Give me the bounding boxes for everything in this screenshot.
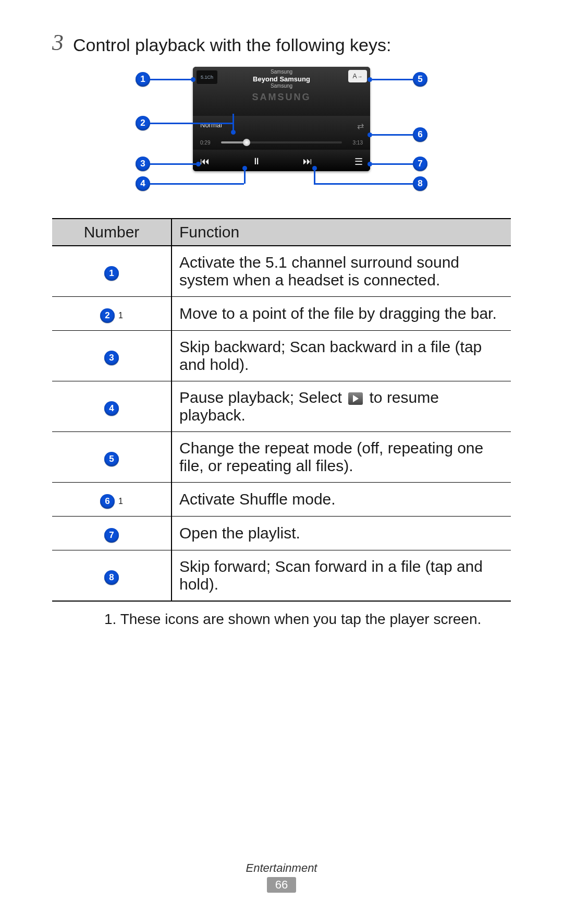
row-number-wrap: 21 [100, 308, 123, 323]
function-text-pre: Skip forward; Scan forward in a file (ta… [179, 558, 483, 593]
function-text-pre: Pause playback; Select [179, 389, 346, 406]
row-number-circle: 3 [104, 351, 119, 365]
table-row: 1Activate the 5.1 channel surround sound… [52, 246, 511, 297]
callout-4: 4 [136, 176, 244, 191]
step-instruction: Control playback with the following keys… [73, 33, 391, 56]
surround-label: 5.1Ch [201, 75, 213, 80]
row-number-wrap: 7 [104, 528, 119, 543]
row-function-cell: Change the repeat mode (off, repeating o… [172, 432, 511, 483]
callout-lead [150, 163, 196, 165]
callout-3: 3 [136, 157, 201, 171]
arrow-icon: → [358, 74, 363, 79]
row-number-cell: 4 [52, 381, 172, 432]
callout-number: 8 [413, 176, 427, 191]
row-number-cell: 7 [52, 517, 172, 550]
row-number-cell: 8 [52, 550, 172, 602]
callout-lead [150, 79, 191, 80]
footnote: 1. These icons are shown when you tap th… [104, 611, 511, 628]
function-text-pre: Activate Shuffle mode. [179, 490, 336, 508]
seek-bar-fill [221, 141, 245, 143]
callout-number: 2 [136, 116, 150, 130]
callout-number: 3 [136, 157, 150, 171]
row-number-wrap: 61 [100, 494, 123, 509]
row-function-cell: Skip forward; Scan forward in a file (ta… [172, 550, 511, 602]
row-number-cell: 1 [52, 246, 172, 297]
row-function-cell: Activate Shuffle mode. [172, 483, 511, 517]
seek-knob[interactable] [243, 139, 250, 146]
row-number-cell: 3 [52, 331, 172, 381]
row-function-cell: Open the playlist. [172, 517, 511, 550]
callout-number: 5 [413, 72, 427, 87]
callout-dot [368, 162, 372, 166]
row-superscript: 1 [118, 311, 123, 320]
step-number: 3 [52, 31, 64, 54]
seek-bar[interactable] [221, 141, 342, 143]
repeat-button[interactable]: A→ [348, 70, 367, 82]
row-superscript: 1 [118, 497, 123, 506]
callout-7: 7 [368, 157, 427, 171]
callout-number: 7 [413, 157, 427, 171]
row-number-wrap: 3 [104, 351, 119, 365]
callout-dot [191, 77, 195, 82]
callout-lead [150, 183, 244, 185]
pause-button[interactable]: ⏸ [252, 156, 261, 167]
callout-lead [372, 134, 413, 136]
row-function-cell: Move to a point of the file by dragging … [172, 297, 511, 331]
table-row: 4Pause playback; Select to resume playba… [52, 381, 511, 432]
row-number-circle: 8 [104, 570, 119, 585]
callout-dot [368, 77, 372, 82]
function-text-pre: Move to a point of the file by dragging … [179, 305, 497, 322]
function-text-pre: Change the repeat mode (off, repeating o… [179, 439, 483, 474]
time-total: 3:13 [353, 140, 363, 146]
callout-dot [196, 162, 201, 166]
function-table: Number Function 1Activate the 5.1 channe… [52, 218, 511, 602]
function-text-pre: Open the playlist. [179, 524, 300, 542]
table-row: 7Open the playlist. [52, 517, 511, 550]
table-header-number: Number [52, 219, 172, 246]
callout-lead [372, 79, 413, 80]
callout-8: 8 [314, 176, 427, 191]
row-number-circle: 4 [104, 401, 119, 416]
surround-button[interactable]: 5.1Ch [196, 70, 218, 85]
row-number-cell: 61 [52, 483, 172, 517]
table-row: 21Move to a point of the file by draggin… [52, 297, 511, 331]
callout-bend [232, 114, 234, 133]
table-row: 61Activate Shuffle mode. [52, 483, 511, 517]
step-row: 3 Control playback with the following ke… [52, 31, 511, 56]
row-number-wrap: 8 [104, 570, 119, 585]
function-text-pre: Activate the 5.1 channel surround sound … [179, 254, 459, 289]
row-number-wrap: 4 [104, 401, 119, 416]
table-row: 5Change the repeat mode (off, repeating … [52, 432, 511, 483]
callout-5: 5 [368, 72, 427, 87]
playlist-button[interactable]: ☰ [354, 156, 363, 167]
time-elapsed: 0:29 [200, 140, 210, 146]
repeat-label: A [352, 73, 357, 80]
row-function-cell: Skip backward; Scan backward in a file (… [172, 331, 511, 381]
page-number: 66 [267, 877, 296, 893]
section-name: Entertainment [0, 861, 563, 875]
callout-number: 4 [136, 176, 150, 191]
callout-2: 2 [136, 114, 234, 133]
table-row: 3Skip backward; Scan backward in a file … [52, 331, 511, 381]
callout-number: 1 [136, 72, 150, 87]
callout-lead [372, 163, 413, 165]
table-header-function: Function [172, 219, 511, 246]
row-function-cell: Activate the 5.1 channel surround sound … [172, 246, 511, 297]
callout-1: 1 [136, 72, 195, 87]
row-number-wrap: 5 [104, 452, 119, 466]
function-text-pre: Skip backward; Scan backward in a file (… [179, 338, 482, 373]
row-number-circle: 7 [104, 528, 119, 543]
next-button[interactable]: ⏭ [303, 156, 312, 167]
table-header-row: Number Function [52, 219, 511, 246]
player-diagram: Samsung Beyond Samsung Samsung SAMSUNG 5… [136, 67, 427, 202]
row-number-wrap: 1 [104, 266, 119, 281]
player-artist-line1: Samsung [193, 69, 370, 75]
manual-page: 3 Control playback with the following ke… [0, 0, 563, 924]
row-function-cell: Pause playback; Select to resume playbac… [172, 381, 511, 432]
callout-dot [368, 133, 372, 137]
table-row: 8Skip forward; Scan forward in a file (t… [52, 550, 511, 602]
row-number-circle: 5 [104, 452, 119, 466]
shuffle-icon[interactable]: ⇄ [357, 121, 364, 131]
player-controls: ⏮ ⏸ ⏭ ☰ [193, 150, 370, 171]
previous-button[interactable]: ⏮ [200, 156, 210, 167]
